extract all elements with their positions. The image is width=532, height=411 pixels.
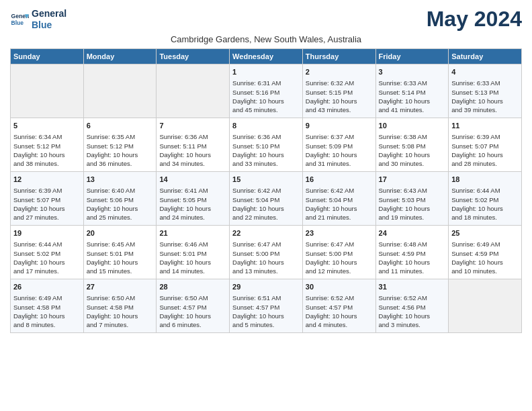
day-info: Sunrise: 6:49 AM Sunset: 4:59 PM Dayligh… bbox=[451, 240, 519, 275]
calendar-cell: 25Sunrise: 6:49 AM Sunset: 4:59 PM Dayli… bbox=[449, 226, 522, 279]
day-info: Sunrise: 6:42 AM Sunset: 5:04 PM Dayligh… bbox=[232, 186, 300, 222]
day-info: Sunrise: 6:46 AM Sunset: 5:01 PM Dayligh… bbox=[159, 240, 226, 275]
day-info: Sunrise: 6:41 AM Sunset: 5:05 PM Dayligh… bbox=[159, 186, 226, 222]
day-info: Sunrise: 6:42 AM Sunset: 5:04 PM Dayligh… bbox=[306, 186, 373, 222]
calendar-cell: 4Sunrise: 6:33 AM Sunset: 5:13 PM Daylig… bbox=[449, 64, 522, 118]
day-number: 24 bbox=[379, 228, 446, 238]
calendar-cell: 20Sunrise: 6:45 AM Sunset: 5:01 PM Dayli… bbox=[83, 226, 157, 279]
day-info: Sunrise: 6:47 AM Sunset: 5:00 PM Dayligh… bbox=[232, 240, 300, 275]
calendar-subtitle: Cambridge Gardens, New South Wales, Aust… bbox=[10, 34, 522, 44]
day-info: Sunrise: 6:39 AM Sunset: 5:07 PM Dayligh… bbox=[13, 186, 81, 222]
calendar-cell: 23Sunrise: 6:47 AM Sunset: 5:00 PM Dayli… bbox=[302, 226, 375, 279]
calendar-cell: 11Sunrise: 6:39 AM Sunset: 5:07 PM Dayli… bbox=[449, 118, 522, 172]
calendar-week-row: 5Sunrise: 6:34 AM Sunset: 5:12 PM Daylig… bbox=[11, 118, 522, 172]
calendar-cell: 19Sunrise: 6:44 AM Sunset: 5:02 PM Dayli… bbox=[11, 226, 84, 279]
logo-text-line2: Blue bbox=[32, 19, 66, 31]
day-number: 27 bbox=[87, 282, 154, 292]
calendar-cell: 3Sunrise: 6:33 AM Sunset: 5:14 PM Daylig… bbox=[375, 64, 449, 118]
logo-text-line1: General bbox=[32, 8, 66, 19]
calendar-cell: 22Sunrise: 6:47 AM Sunset: 5:00 PM Dayli… bbox=[230, 226, 303, 279]
day-number: 6 bbox=[87, 121, 154, 131]
month-title: May 2024 bbox=[427, 7, 522, 32]
day-number: 11 bbox=[451, 121, 519, 131]
day-info: Sunrise: 6:52 AM Sunset: 4:56 PM Dayligh… bbox=[379, 293, 446, 329]
calendar-cell: 2Sunrise: 6:32 AM Sunset: 5:15 PM Daylig… bbox=[302, 64, 375, 118]
day-number: 1 bbox=[232, 67, 300, 77]
column-header-thursday: Thursday bbox=[302, 49, 375, 64]
day-info: Sunrise: 6:35 AM Sunset: 5:12 PM Dayligh… bbox=[87, 132, 154, 168]
calendar-cell: 28Sunrise: 6:50 AM Sunset: 4:57 PM Dayli… bbox=[157, 279, 230, 333]
calendar-cell: 10Sunrise: 6:38 AM Sunset: 5:08 PM Dayli… bbox=[375, 118, 449, 172]
day-number: 10 bbox=[379, 121, 446, 131]
calendar-header-row: SundayMondayTuesdayWednesdayThursdayFrid… bbox=[11, 49, 522, 64]
day-info: Sunrise: 6:50 AM Sunset: 4:57 PM Dayligh… bbox=[159, 293, 226, 329]
day-number: 28 bbox=[159, 282, 226, 292]
day-info: Sunrise: 6:49 AM Sunset: 4:58 PM Dayligh… bbox=[13, 293, 81, 329]
day-info: Sunrise: 6:37 AM Sunset: 5:09 PM Dayligh… bbox=[306, 132, 373, 168]
day-number: 14 bbox=[159, 175, 226, 185]
calendar-cell: 7Sunrise: 6:36 AM Sunset: 5:11 PM Daylig… bbox=[157, 118, 230, 172]
calendar-cell: 12Sunrise: 6:39 AM Sunset: 5:07 PM Dayli… bbox=[11, 172, 84, 226]
page-header: General Blue General Blue May 2024 bbox=[10, 7, 522, 32]
calendar-cell bbox=[157, 64, 230, 118]
day-info: Sunrise: 6:48 AM Sunset: 4:59 PM Dayligh… bbox=[379, 240, 446, 275]
calendar-cell: 13Sunrise: 6:40 AM Sunset: 5:06 PM Dayli… bbox=[83, 172, 157, 226]
calendar-table: SundayMondayTuesdayWednesdayThursdayFrid… bbox=[10, 48, 522, 333]
calendar-cell: 21Sunrise: 6:46 AM Sunset: 5:01 PM Dayli… bbox=[157, 226, 230, 279]
day-info: Sunrise: 6:31 AM Sunset: 5:16 PM Dayligh… bbox=[232, 79, 300, 114]
day-info: Sunrise: 6:40 AM Sunset: 5:06 PM Dayligh… bbox=[87, 186, 154, 222]
day-number: 5 bbox=[13, 121, 81, 131]
day-info: Sunrise: 6:32 AM Sunset: 5:15 PM Dayligh… bbox=[306, 79, 373, 114]
day-number: 31 bbox=[379, 282, 446, 292]
day-number: 17 bbox=[379, 175, 446, 185]
day-number: 30 bbox=[306, 282, 373, 292]
day-number: 7 bbox=[159, 121, 226, 131]
calendar-cell: 8Sunrise: 6:36 AM Sunset: 5:10 PM Daylig… bbox=[230, 118, 303, 172]
calendar-cell: 14Sunrise: 6:41 AM Sunset: 5:05 PM Dayli… bbox=[157, 172, 230, 226]
logo-icon: General Blue bbox=[10, 10, 29, 29]
calendar-cell: 31Sunrise: 6:52 AM Sunset: 4:56 PM Dayli… bbox=[375, 279, 449, 333]
calendar-cell: 15Sunrise: 6:42 AM Sunset: 5:04 PM Dayli… bbox=[230, 172, 303, 226]
calendar-cell: 6Sunrise: 6:35 AM Sunset: 5:12 PM Daylig… bbox=[83, 118, 157, 172]
column-header-wednesday: Wednesday bbox=[230, 49, 303, 64]
calendar-cell: 26Sunrise: 6:49 AM Sunset: 4:58 PM Dayli… bbox=[11, 279, 84, 333]
day-number: 19 bbox=[13, 228, 81, 238]
day-info: Sunrise: 6:44 AM Sunset: 5:02 PM Dayligh… bbox=[13, 240, 81, 275]
day-info: Sunrise: 6:34 AM Sunset: 5:12 PM Dayligh… bbox=[13, 132, 81, 168]
day-number: 9 bbox=[306, 121, 373, 131]
day-info: Sunrise: 6:51 AM Sunset: 4:57 PM Dayligh… bbox=[232, 293, 300, 329]
day-info: Sunrise: 6:44 AM Sunset: 5:02 PM Dayligh… bbox=[451, 186, 519, 222]
calendar-cell: 24Sunrise: 6:48 AM Sunset: 4:59 PM Dayli… bbox=[375, 226, 449, 279]
day-info: Sunrise: 6:43 AM Sunset: 5:03 PM Dayligh… bbox=[379, 186, 446, 222]
column-header-monday: Monday bbox=[83, 49, 157, 64]
calendar-cell: 17Sunrise: 6:43 AM Sunset: 5:03 PM Dayli… bbox=[375, 172, 449, 226]
day-number: 21 bbox=[159, 228, 226, 238]
column-header-friday: Friday bbox=[375, 49, 449, 64]
calendar-cell bbox=[11, 64, 84, 118]
calendar-cell: 9Sunrise: 6:37 AM Sunset: 5:09 PM Daylig… bbox=[302, 118, 375, 172]
calendar-week-row: 1Sunrise: 6:31 AM Sunset: 5:16 PM Daylig… bbox=[11, 64, 522, 118]
column-header-tuesday: Tuesday bbox=[157, 49, 230, 64]
day-number: 2 bbox=[306, 67, 373, 77]
calendar-cell: 27Sunrise: 6:50 AM Sunset: 4:58 PM Dayli… bbox=[83, 279, 157, 333]
calendar-week-row: 12Sunrise: 6:39 AM Sunset: 5:07 PM Dayli… bbox=[11, 172, 522, 226]
day-number: 16 bbox=[306, 175, 373, 185]
logo: General Blue General Blue bbox=[10, 8, 66, 31]
svg-text:Blue: Blue bbox=[11, 19, 24, 26]
day-info: Sunrise: 6:38 AM Sunset: 5:08 PM Dayligh… bbox=[379, 132, 446, 168]
day-number: 18 bbox=[451, 175, 519, 185]
column-header-sunday: Sunday bbox=[11, 49, 84, 64]
calendar-cell: 18Sunrise: 6:44 AM Sunset: 5:02 PM Dayli… bbox=[449, 172, 522, 226]
day-info: Sunrise: 6:45 AM Sunset: 5:01 PM Dayligh… bbox=[87, 240, 154, 275]
day-info: Sunrise: 6:36 AM Sunset: 5:10 PM Dayligh… bbox=[232, 132, 300, 168]
day-number: 8 bbox=[232, 121, 300, 131]
day-info: Sunrise: 6:33 AM Sunset: 5:13 PM Dayligh… bbox=[451, 79, 519, 114]
day-number: 12 bbox=[13, 175, 81, 185]
calendar-week-row: 26Sunrise: 6:49 AM Sunset: 4:58 PM Dayli… bbox=[11, 279, 522, 333]
day-number: 26 bbox=[13, 282, 81, 292]
day-number: 3 bbox=[379, 67, 446, 77]
day-number: 13 bbox=[87, 175, 154, 185]
calendar-week-row: 19Sunrise: 6:44 AM Sunset: 5:02 PM Dayli… bbox=[11, 226, 522, 279]
day-info: Sunrise: 6:36 AM Sunset: 5:11 PM Dayligh… bbox=[159, 132, 226, 168]
calendar-cell: 29Sunrise: 6:51 AM Sunset: 4:57 PM Dayli… bbox=[230, 279, 303, 333]
